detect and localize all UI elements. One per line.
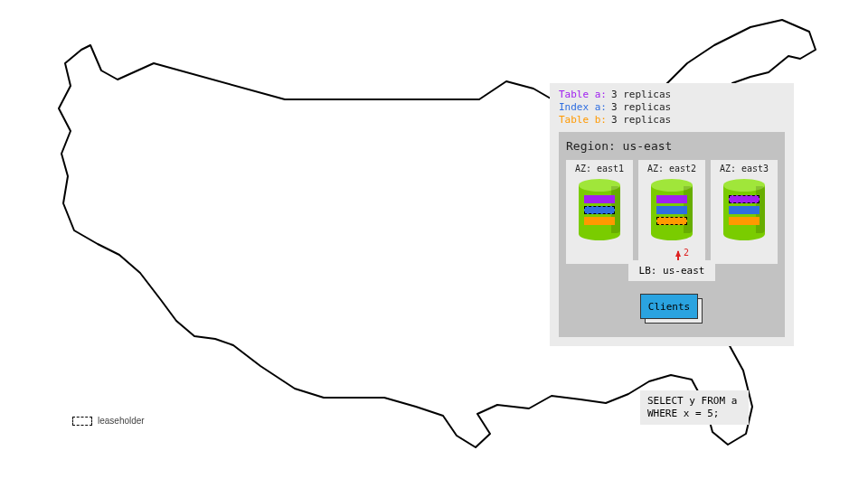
legend-row: Table a: 3 replicas xyxy=(559,89,785,101)
db-cylinder-icon xyxy=(579,179,620,240)
arrow-label: 2 xyxy=(684,248,689,258)
replica-legend: Table a: 3 replicas Index a: 3 replicas … xyxy=(559,89,785,127)
replica-stripe xyxy=(656,217,687,225)
az-east3: AZ: east3 xyxy=(711,160,778,264)
legend-label: Table a: xyxy=(559,89,607,101)
clients-label: Clients xyxy=(640,294,698,319)
replica-stripe xyxy=(729,206,760,214)
clients-stack: Clients xyxy=(640,294,703,324)
legend-label: Index a: xyxy=(559,101,607,114)
legend-value: 3 replicas xyxy=(611,89,671,101)
replica-stripe xyxy=(584,206,615,214)
az-title: AZ: east2 xyxy=(642,164,702,174)
legend-value: 3 replicas xyxy=(611,101,671,114)
legend-label: Table b: xyxy=(559,114,607,127)
replica-stripe xyxy=(584,195,615,203)
leaseholder-legend-label: leaseholder xyxy=(98,416,145,426)
db-cylinder-icon xyxy=(651,179,693,240)
legend-row: Index a: 3 replicas xyxy=(559,101,785,114)
region-panel: Region: us-east AZ: east1 AZ: east2 xyxy=(559,132,785,337)
sql-query-box: SELECT y FROM a WHERE x = 5; xyxy=(640,390,749,425)
az-title: AZ: east1 xyxy=(570,164,629,174)
az-east2: AZ: east2 2 xyxy=(638,160,705,264)
leaseholder-legend: leaseholder xyxy=(72,416,145,426)
legend-value: 3 replicas xyxy=(611,114,671,127)
sql-line: WHERE x = 5; xyxy=(647,408,741,420)
replica-stripe xyxy=(656,195,687,203)
replica-stripe xyxy=(656,206,687,214)
az-east1: AZ: east1 xyxy=(566,160,633,264)
main-panel: Table a: 3 replicas Index a: 3 replicas … xyxy=(550,83,794,346)
replica-stripe xyxy=(729,217,760,225)
traffic-arrow: 2 xyxy=(642,242,702,257)
region-title: Region: us-east xyxy=(566,139,778,153)
replica-stripe xyxy=(729,195,760,203)
load-balancer-box: LB: us-east xyxy=(628,260,715,281)
legend-row: Table b: 3 replicas xyxy=(559,114,785,127)
az-row: AZ: east1 AZ: east2 xyxy=(566,160,778,264)
replica-stripe xyxy=(584,217,615,225)
sql-line: SELECT y FROM a xyxy=(647,395,741,408)
leaseholder-swatch xyxy=(72,417,92,426)
db-cylinder-icon xyxy=(723,179,765,240)
az-title: AZ: east3 xyxy=(714,164,774,174)
